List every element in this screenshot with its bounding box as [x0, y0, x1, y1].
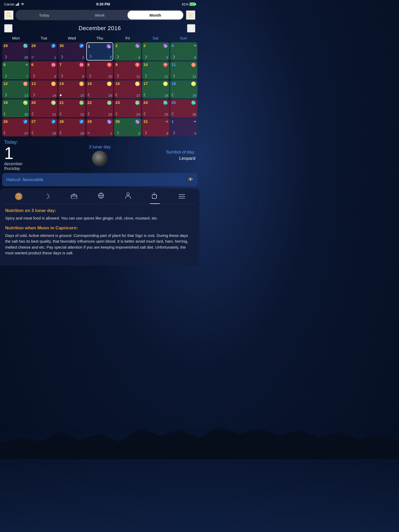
- tab-gemini[interactable]: ♊: [12, 191, 25, 202]
- cal-cell[interactable]: 25 ♏ ☾ 26: [170, 99, 197, 117]
- cal-cell[interactable]: 30 ♑ ☽ 2: [114, 118, 141, 136]
- weekday-thu: Thu: [86, 35, 114, 41]
- tab-moon[interactable]: ☽: [42, 191, 52, 202]
- segment-control: Today Week Month: [16, 10, 184, 20]
- cal-cell[interactable]: 11 ♉ ☽ 12: [170, 61, 197, 79]
- apple-icon: [152, 192, 158, 201]
- nutrition-section1-body: Spicy and meat food is allowed. You can …: [5, 215, 194, 221]
- cal-cell[interactable]: 3 ♑ ☽ 5: [142, 42, 169, 61]
- today-label: Today:: [4, 139, 68, 145]
- tab-menu[interactable]: [177, 191, 187, 202]
- status-bar: Carrier 9:30 PM 91%: [0, 0, 200, 8]
- haircut-banner: Haircut: favourable 👁: [2, 173, 197, 186]
- lunar-day-label: 3 lunar day: [89, 144, 111, 150]
- svg-rect-1: [16, 4, 17, 6]
- cal-cell[interactable]: 21 ♎ ☾ 22: [58, 99, 85, 117]
- cal-cell[interactable]: 10 ♈ ☽ 11: [142, 61, 169, 79]
- tab-globe[interactable]: [96, 191, 106, 202]
- cal-cell[interactable]: 22 ♎ ☾ 23: [86, 99, 114, 117]
- status-carrier: Carrier: [4, 2, 24, 6]
- prev-month-button[interactable]: ‹: [4, 24, 12, 32]
- cal-cell[interactable]: 20 ♍ ☾ 21: [30, 99, 57, 117]
- svg-rect-7: [71, 195, 77, 199]
- cal-cell[interactable]: 8 ♈ ☽ 10: [86, 61, 114, 79]
- svg-rect-3: [18, 3, 19, 6]
- cal-cell[interactable]: 7 ♓ ☽ 9: [58, 61, 85, 79]
- briefcase-icon: [71, 192, 77, 201]
- cal-cell[interactable]: 28 ♐ ☾ 29: [58, 118, 85, 136]
- calendar-section: ‹ December 2016 › Mon Tue Wed Thu Fri Sa…: [0, 23, 200, 136]
- cal-cell[interactable]: 26 ♐ ☾ 27: [2, 118, 29, 136]
- cal-cell[interactable]: 30 ♐ ☽ 2: [58, 42, 85, 61]
- settings-button[interactable]: [186, 10, 195, 20]
- cal-cell[interactable]: 16 ♋ ☾ 17: [114, 80, 141, 98]
- cal-cell[interactable]: 1 ♑ ☽ 3: [86, 42, 114, 61]
- person-icon: [125, 192, 131, 201]
- content-section: Nutrition on 3 lunar day: Spicy and meat…: [4, 204, 195, 256]
- nutrition-section2-title: Nutrition when Moon in Capricorn:: [5, 225, 194, 231]
- tab-bar: ♊ ☽: [4, 188, 195, 204]
- cal-cell[interactable]: 13 ♊ ☽ 14: [30, 80, 57, 98]
- signal-icon: [16, 3, 20, 6]
- calendar-header: ‹ December 2016 ›: [2, 23, 197, 35]
- eye-icon[interactable]: 👁: [188, 177, 193, 183]
- symbol-value: Leopard: [132, 156, 195, 161]
- cal-cell[interactable]: 2 ♑ ☽ 4: [114, 42, 141, 61]
- tab-person[interactable]: [123, 191, 133, 202]
- calendar-weekdays: Mon Tue Wed Thu Fri Sat Sun: [2, 35, 197, 41]
- svg-rect-0: [16, 5, 16, 6]
- today-left: Today: 1 december thursday: [4, 139, 68, 171]
- cal-cell[interactable]: 31 ≈ ☽ 3: [142, 118, 169, 136]
- today-day-name: december thursday: [4, 162, 68, 171]
- cal-cell[interactable]: 23 ♎ ☾ 24: [114, 99, 141, 117]
- cal-cell[interactable]: 29 ♑ ○ 1: [86, 118, 114, 136]
- cal-cell[interactable]: 17 ♌ ☾ 18: [142, 80, 169, 98]
- status-time: 9:30 PM: [96, 2, 110, 6]
- cal-cell[interactable]: 24 ♏ ☾ 25: [142, 99, 169, 117]
- tab-briefcase[interactable]: [69, 191, 79, 202]
- cal-cell[interactable]: 18 ♌ ☾ 19: [170, 80, 197, 98]
- wifi-icon: [21, 3, 24, 6]
- cal-cell[interactable]: 19 ♍ ☾ 20: [2, 99, 29, 117]
- top-nav: Today Week Month: [0, 8, 200, 23]
- search-button[interactable]: [4, 10, 14, 20]
- weekday-mon: Mon: [2, 35, 30, 41]
- weekday-sun: Sun: [170, 35, 197, 41]
- svg-rect-2: [17, 3, 18, 6]
- cal-cell[interactable]: 28 ♏ ☽ 29: [2, 42, 29, 61]
- calendar-title: December 2016: [78, 25, 121, 32]
- segment-month[interactable]: Month: [128, 11, 183, 19]
- today-day-number: 1: [4, 145, 68, 162]
- svg-point-6: [190, 14, 191, 16]
- cal-cell[interactable]: 4 ≈ ☽ 6: [170, 42, 197, 61]
- cal-cell[interactable]: 9 ♈ ☽ 11: [114, 61, 141, 79]
- svg-line-5: [10, 16, 11, 18]
- today-info: Today: 1 december thursday 3 lunar day S…: [0, 136, 200, 173]
- haircut-text: Haircut: favourable: [6, 177, 43, 182]
- status-battery: 91%: [182, 2, 195, 6]
- segment-today[interactable]: Today: [16, 11, 72, 19]
- moon-image: [92, 151, 108, 166]
- gemini-icon: ♊: [15, 192, 23, 201]
- cal-cell[interactable]: 1 ≈ ☽ 4: [170, 118, 197, 136]
- next-month-button[interactable]: ›: [187, 24, 195, 32]
- weekday-wed: Wed: [58, 35, 86, 41]
- today-center: 3 lunar day: [68, 144, 131, 166]
- nutrition-section1-title: Nutrition on 3 lunar day:: [5, 208, 194, 213]
- cal-cell[interactable]: 5 ≈ ☽ 7: [2, 61, 29, 79]
- battery-icon: [190, 3, 195, 6]
- cal-cell[interactable]: 14 ♊ ● 15: [58, 80, 85, 98]
- tab-nutrition[interactable]: [150, 191, 160, 202]
- cal-cell[interactable]: 27 ♐ ☾ 28: [30, 118, 57, 136]
- segment-week[interactable]: Week: [72, 11, 128, 19]
- cal-cell[interactable]: 15 ♋ ☾ 16: [86, 80, 114, 98]
- settings-icon: [188, 12, 194, 18]
- today-right: Symbol of day: Leopard: [132, 150, 195, 161]
- bottom-panel: ♊ ☽: [0, 188, 200, 265]
- cal-cell[interactable]: 6 ♓ ☽ 8: [30, 61, 57, 79]
- moon-icon: ☽: [44, 192, 50, 201]
- cal-cell[interactable]: 29 ♐ ○ 1: [30, 42, 57, 61]
- symbol-label: Symbol of day:: [132, 150, 195, 155]
- cal-cell[interactable]: 12 ♉ ☽ 13: [2, 80, 29, 98]
- weekday-tue: Tue: [30, 35, 58, 41]
